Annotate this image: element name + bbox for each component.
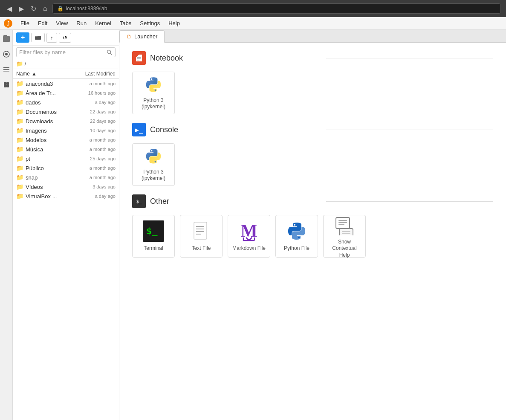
list-item[interactable]: 📁 anaconda3 a month ago [13,79,119,88]
file-label: Imagens [26,127,47,134]
svg-point-34 [294,224,295,226]
folder-icon: 📁 [16,127,23,134]
list-item[interactable]: 📁 VirtualBox ... a day ago [13,191,119,201]
menu-kernel[interactable]: Kernel [92,18,115,28]
menu-view[interactable]: View [52,18,71,28]
file-label: Downloads [26,118,53,125]
svg-rect-9 [4,82,6,85]
folder-icon: 📁 [16,155,23,162]
menu-help[interactable]: Help [165,18,183,28]
url-text: localhost:8889/lab [66,6,107,12]
running-icon[interactable] [1,49,12,60]
file-name: 📁 snap [16,174,73,181]
app-logo: J [3,19,13,28]
pythonfile-icon [286,220,307,242]
new-button[interactable]: + [16,32,29,43]
python3-console-card[interactable]: Python 3(ipykernel) [132,143,175,186]
search-icon [107,49,113,55]
file-panel: + ↑ ↺ 📁 / Name ▲ [13,30,119,420]
file-label: Documentos [26,109,57,115]
folder-icon: 📁 [16,165,23,171]
list-item[interactable]: 📁 Documentos 22 days ago [13,107,119,116]
file-toolbar: + ↑ ↺ [13,30,119,46]
markdown-card[interactable]: M Markdown File [228,215,270,258]
folder-icon: 📁 [16,146,23,153]
menu-file[interactable]: File [17,18,33,28]
console-section-header: ▶_ Console [132,123,493,136]
file-modified: 22 days ago [73,109,116,114]
python3-notebook-label: Python 3(ipykernel) [142,97,165,110]
forward-button[interactable]: ▶ [17,3,26,14]
search-input[interactable] [19,49,107,55]
search-bar[interactable] [16,47,116,57]
file-name: 📁 Público [16,165,73,171]
list-item[interactable]: 📁 snap a month ago [13,173,119,182]
upload-button[interactable]: ↑ [46,33,57,43]
file-modified: a month ago [73,81,116,86]
svg-point-35 [298,237,300,238]
list-item[interactable]: 📁 Música a month ago [13,145,119,154]
notebook-divider [326,58,494,58]
file-label: dados [26,99,40,106]
svg-point-23 [155,90,156,91]
pythonfile-label: Python File [284,245,309,252]
refresh-button[interactable]: ↺ [59,33,71,43]
svg-rect-39 [338,224,344,225]
list-item[interactable]: 📁 Modelos a month ago [13,135,119,145]
markdown-icon: M [238,220,260,242]
other-divider [326,201,494,202]
breadcrumb-path: / [25,61,26,67]
file-name: 📁 pt [16,155,73,162]
tab-bar: 🗋 Launcher [119,30,506,43]
menu-settings[interactable]: Settings [136,18,163,28]
launcher-tab[interactable]: 🗋 Launcher [119,30,165,43]
python3-notebook-card[interactable]: Python 3(ipykernel) [132,72,175,114]
svg-rect-6 [3,67,9,68]
new-folder-button[interactable] [31,33,45,42]
main-content: 🗋 Launcher Notebook [119,30,506,420]
notebook-section-header: Notebook [132,51,493,65]
list-item[interactable]: 📁 Público a month ago [13,163,119,173]
svg-line-16 [110,53,113,55]
folder-icon: 📁 [16,80,23,87]
browser-chrome: ◀ ▶ ↻ ⌂ 🔒 localhost:8889/lab [0,0,506,17]
terminal-card[interactable]: $_ Terminal [132,215,175,258]
launcher-content: Notebook [119,43,506,420]
list-item[interactable]: 📁 dados a day ago [13,98,119,107]
sort-icon: ▲ [32,71,37,77]
menu-run[interactable]: Run [73,18,90,28]
list-item[interactable]: 📁 Vídeos 3 days ago [13,182,119,191]
console-cards: Python 3(ipykernel) [132,143,493,186]
column-modified[interactable]: Last Modified [73,71,116,77]
sidebar-icons [0,30,13,420]
list-item[interactable]: 📁 Imagens 10 days ago [13,126,119,135]
other-title: Other [150,197,318,206]
column-name[interactable]: Name ▲ [16,71,73,77]
contextual-help-card[interactable]: Show Contextual Help [323,215,366,258]
commands-icon[interactable] [1,64,12,75]
home-button[interactable]: ⌂ [41,3,49,14]
svg-text:$_: $_ [146,226,158,236]
textfile-card[interactable]: Text File [180,215,223,258]
folder-icon: 📁 [16,174,23,181]
secure-icon: 🔒 [57,6,64,12]
svg-rect-42 [342,233,350,234]
menu-tabs[interactable]: Tabs [116,18,135,28]
svg-rect-12 [6,85,9,87]
list-item[interactable]: 📁 pt 25 days ago [13,154,119,163]
pythonfile-card[interactable]: Python File [275,215,318,258]
other-section-header: $_ Other [132,194,493,208]
list-item[interactable]: 📁 Downloads 22 days ago [13,116,119,126]
list-item[interactable]: 📁 Área de Tr... 16 hours ago [13,88,119,98]
menu-edit[interactable]: Edit [35,18,51,28]
reload-button[interactable]: ↻ [29,3,38,14]
files-icon[interactable] [1,33,12,44]
svg-point-25 [155,161,156,162]
folder-icon: 📁 [16,193,23,200]
file-name: 📁 anaconda3 [16,80,73,87]
url-bar[interactable]: 🔒 localhost:8889/lab [52,3,501,14]
file-name: 📁 Área de Tr... [16,90,73,96]
python3-console-label: Python 3(ipykernel) [142,169,165,182]
back-button[interactable]: ◀ [5,3,14,14]
extensions-icon[interactable] [1,79,12,90]
